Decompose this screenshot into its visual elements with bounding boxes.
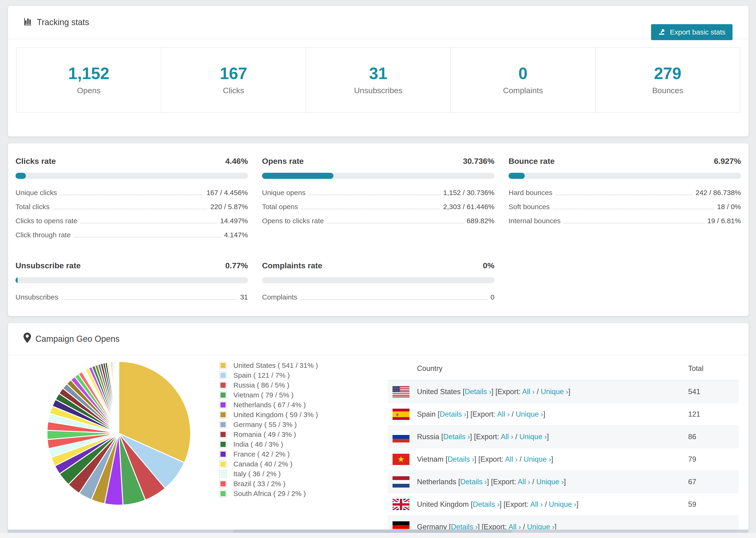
link-bracket: [ — [449, 523, 451, 531]
legend-item: Canada ( 40 / 2% ) — [219, 459, 318, 469]
details-link[interactable]: Details › — [443, 433, 470, 441]
horizontal-scrollbar-thumb[interactable] — [233, 529, 513, 533]
pie-slice-other — [119, 361, 119, 433]
rate-value: 0% — [483, 261, 495, 270]
dotted-leader — [81, 223, 217, 224]
country-cell: Spain [Details ›] [Export: All › / Uniqu… — [417, 410, 688, 418]
stat-value: 31 — [240, 294, 248, 301]
export-unique-link[interactable]: Unique › — [519, 433, 547, 441]
legend-swatch — [219, 451, 227, 458]
ru-flag-icon — [393, 431, 409, 443]
country-cell: Germany [Details ›] [Export: All › / Uni… — [417, 523, 688, 531]
link-bracket: ] — [555, 523, 557, 531]
stat-label: Opens to clicks rate — [262, 217, 324, 224]
details-link[interactable]: Details › — [460, 478, 487, 486]
horizontal-scrollbar-track[interactable] — [8, 529, 748, 533]
table-row: Vietnam [Details ›] [Export: All › / Uni… — [388, 448, 739, 471]
summary-value: 167 — [220, 65, 247, 82]
stat-value: 4.147% — [224, 232, 248, 239]
details-link[interactable]: Details › — [473, 500, 500, 509]
stat-value: 167 / 4.456% — [206, 189, 248, 196]
export-unique-link[interactable]: Unique › — [515, 410, 543, 418]
link-bracket: ] — [466, 410, 470, 418]
rate-value: 0.77% — [225, 261, 248, 270]
link-bracket: [ — [441, 433, 443, 441]
geo-legend: United States ( 541 / 31% )Spain ( 121 /… — [219, 360, 318, 499]
stat-row: Unique opens1,152 / 30.736% — [262, 189, 495, 196]
export-all-link[interactable]: All › — [522, 388, 535, 396]
total-cell: 59 — [688, 500, 739, 509]
stat-row: Hard bounces242 / 86.738% — [509, 189, 741, 196]
stat-row: Opens to clicks rate689.82% — [262, 217, 495, 224]
flag-cell — [388, 521, 417, 531]
progress-bar — [262, 277, 495, 283]
export-all-link[interactable]: All › — [530, 500, 543, 509]
summary-label: Unsubscribes — [354, 86, 403, 95]
link-bracket: [Export: — [491, 478, 518, 486]
stat-label: Unique clicks — [16, 189, 57, 196]
export-unique-link[interactable]: Unique › — [527, 523, 555, 531]
progress-bar-fill — [16, 173, 26, 179]
rate-header: Unsubscribe rate0.77% — [16, 261, 248, 270]
export-all-link[interactable]: All › — [518, 478, 530, 486]
rates-grid: Clicks rate4.46%Unique clicks167 / 4.456… — [8, 143, 748, 308]
stat-label: Total clicks — [16, 203, 50, 210]
export-unique-link[interactable]: Unique › — [523, 455, 551, 463]
details-link[interactable]: Details › — [440, 410, 466, 418]
summary-value: 1,152 — [68, 65, 109, 82]
export-all-link[interactable]: All › — [501, 433, 513, 441]
summary-box: 167Clicks — [161, 48, 306, 112]
stat-label: Unsubscribes — [16, 294, 58, 301]
rates-card: Clicks rate4.46%Unique clicks167 / 4.456… — [8, 143, 749, 316]
details-link[interactable]: Details › — [465, 388, 491, 396]
dotted-leader — [74, 237, 221, 238]
rate-section: Opens rate30.736%Unique opens1,152 / 30.… — [262, 157, 495, 245]
legend-item: Italy ( 36 / 2% ) — [219, 469, 318, 479]
link-bracket: ] — [491, 388, 495, 396]
table-row: United States [Details ›] [Export: All ›… — [388, 381, 739, 403]
legend-item: India ( 46 / 3% ) — [219, 439, 318, 449]
nl-flag-icon — [393, 476, 409, 488]
dotted-leader — [62, 299, 237, 300]
table-row: Netherlands [Details ›] [Export: All › /… — [388, 471, 739, 493]
details-link[interactable]: Details › — [451, 523, 478, 531]
link-bracket: [Export: — [495, 388, 522, 396]
table-row: Spain [Details ›] [Export: All › / Uniqu… — [388, 403, 739, 426]
geo-pie-chart — [39, 358, 199, 512]
export-all-link[interactable]: All › — [497, 410, 510, 418]
export-unique-link[interactable]: Unique › — [536, 478, 564, 486]
stat-value: 220 / 5.87% — [210, 203, 248, 210]
column-country: Country — [417, 364, 688, 373]
export-basic-stats-button[interactable]: Export basic stats — [651, 24, 732, 40]
export-all-link[interactable]: All › — [505, 455, 517, 463]
link-bracket: ] — [477, 523, 482, 531]
campaign-geo-opens-card: Campaign Geo Opens United States ( 541 /… — [8, 323, 749, 530]
geo-table-header: Country Total — [388, 357, 739, 381]
total-cell: 67 — [688, 478, 739, 486]
stat-value: 14.497% — [220, 217, 248, 224]
progress-bar-fill — [262, 173, 333, 179]
location-pin-icon — [23, 332, 31, 345]
summary-label: Clicks — [223, 86, 244, 95]
link-bracket: / — [510, 410, 516, 418]
tracking-stats-header: Tracking stats Export basic stats — [8, 6, 748, 39]
export-unique-link[interactable]: Unique › — [549, 500, 576, 509]
link-bracket: [Export: — [474, 433, 501, 441]
legend-swatch — [219, 381, 227, 389]
stat-label: Hard bounces — [509, 189, 553, 196]
table-row: United Kingdom [Details ›] [Export: All … — [388, 493, 739, 516]
details-link[interactable]: Details › — [448, 455, 474, 463]
legend-label: India ( 46 / 3% ) — [233, 440, 283, 448]
stat-row: Unsubscribes31 — [16, 294, 248, 301]
page-title-text: Tracking stats — [37, 17, 89, 27]
link-bracket: ] — [547, 433, 549, 441]
dotted-leader — [309, 194, 440, 195]
summary-box: 0Complaints — [451, 48, 595, 112]
export-all-link[interactable]: All › — [508, 523, 521, 531]
stat-row: Total opens2,303 / 61.446% — [262, 203, 495, 210]
rate-rows: Complaints0 — [262, 294, 495, 301]
link-bracket: / — [530, 478, 536, 486]
export-unique-link[interactable]: Unique › — [541, 388, 568, 396]
geo-title: Campaign Geo Opens — [23, 332, 120, 345]
legend-swatch — [219, 391, 227, 399]
